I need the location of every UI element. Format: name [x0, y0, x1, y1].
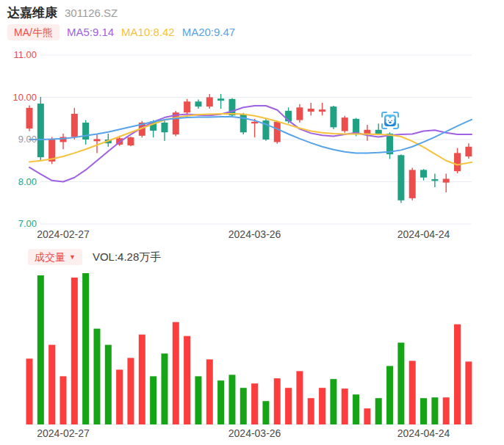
volume-bar[interactable]	[93, 329, 100, 424]
volume-header: 成交量 ▼ VOL:4.28万手	[28, 248, 161, 266]
candle[interactable]	[161, 120, 168, 141]
candle-body	[274, 122, 281, 142]
volume-bar[interactable]	[409, 361, 416, 424]
candle[interactable]	[443, 174, 450, 192]
stock-chart-app: 达嘉维康 301126.SZ MA/牛熊 MA5:9.14 MA10:8.42 …	[0, 0, 504, 445]
candle-body	[443, 178, 450, 182]
chevron-down-icon: ▼	[69, 254, 76, 261]
volume-bar[interactable]	[443, 397, 450, 424]
candle[interactable]	[37, 97, 44, 160]
candle-body	[409, 170, 416, 198]
candle[interactable]	[195, 99, 201, 109]
volume-bar[interactable]	[105, 345, 112, 424]
volume-x-tick: 2024-02-27	[26, 427, 100, 440]
volume-bar[interactable]	[150, 376, 156, 424]
volume-value-label: VOL:4.28万手	[93, 250, 161, 264]
candle[interactable]	[71, 108, 78, 140]
volume-dropdown-button[interactable]: 成交量 ▼	[28, 249, 82, 265]
candle-body	[308, 109, 314, 112]
volume-bar[interactable]	[454, 325, 461, 424]
candle-body	[228, 99, 235, 115]
candle-body	[37, 104, 44, 157]
volume-bar[interactable]	[308, 398, 314, 424]
candle[interactable]	[342, 116, 348, 133]
price-x-tick: 2024-04-24	[387, 228, 461, 241]
volume-series[interactable]	[26, 273, 472, 424]
volume-bar[interactable]	[228, 375, 235, 424]
candle[interactable]	[274, 120, 281, 144]
price-y-tick: 10.00	[7, 92, 37, 104]
volume-x-tick: 2024-03-26	[218, 427, 292, 440]
volume-bar[interactable]	[184, 336, 190, 424]
volume-bar[interactable]	[342, 388, 348, 424]
volume-bar[interactable]	[195, 376, 201, 424]
candle-body	[26, 108, 33, 129]
candle-body	[217, 98, 224, 101]
candle[interactable]	[296, 104, 303, 123]
volume-button-label: 成交量	[35, 252, 65, 262]
legend-ma20: MA20:9.47	[182, 26, 236, 38]
candle[interactable]	[26, 105, 33, 131]
candle-body	[240, 114, 247, 132]
volume-bar[interactable]	[397, 343, 404, 424]
volume-bar[interactable]	[274, 378, 281, 424]
volume-bar[interactable]	[330, 379, 336, 424]
volume-bar[interactable]	[262, 401, 269, 424]
volume-bar[interactable]	[319, 388, 325, 424]
volume-bar[interactable]	[431, 397, 438, 424]
volume-bar[interactable]	[375, 398, 382, 424]
candle-body	[375, 130, 382, 134]
volume-bar[interactable]	[217, 380, 224, 424]
volume-bar[interactable]	[26, 358, 33, 424]
volume-bar[interactable]	[37, 275, 44, 424]
volume-bar[interactable]	[116, 369, 123, 424]
candle-body	[296, 107, 303, 120]
candle[interactable]	[308, 103, 314, 115]
volume-bar[interactable]	[71, 278, 78, 424]
candle[interactable]	[364, 125, 370, 141]
candle-body	[420, 170, 427, 177]
candle[interactable]	[262, 118, 269, 140]
candle[interactable]	[127, 137, 134, 146]
volume-bar[interactable]	[251, 383, 258, 424]
volume-bar[interactable]	[60, 376, 66, 424]
volume-bar[interactable]	[465, 361, 472, 424]
volume-bar[interactable]	[139, 335, 145, 424]
ma-line-ma5	[29, 106, 472, 182]
price-y-tick: 9.00	[7, 134, 37, 145]
volume-bar[interactable]	[206, 359, 213, 424]
volume-bar[interactable]	[48, 345, 55, 424]
candle[interactable]	[60, 134, 66, 149]
volume-bar[interactable]	[82, 273, 89, 424]
ma-bullbear-badge[interactable]: MA/牛熊	[7, 24, 60, 40]
candle-body	[127, 137, 134, 145]
volume-bar[interactable]	[127, 358, 134, 424]
candle[interactable]	[206, 94, 213, 109]
header: 达嘉维康 301126.SZ	[7, 4, 118, 21]
candle[interactable]	[397, 154, 404, 203]
candle-body	[195, 101, 201, 106]
candle[interactable]	[240, 113, 247, 134]
candle[interactable]	[409, 168, 416, 200]
candle[interactable]	[217, 94, 224, 109]
volume-bar[interactable]	[364, 408, 370, 424]
candle[interactable]	[82, 120, 89, 145]
volume-bar[interactable]	[353, 394, 359, 424]
volume-bar[interactable]	[420, 398, 427, 424]
candle[interactable]	[228, 98, 235, 117]
candle[interactable]	[431, 174, 438, 187]
candle[interactable]	[465, 143, 472, 159]
volume-bar[interactable]	[173, 322, 179, 424]
bear-icon-graphic	[381, 111, 400, 130]
candle[interactable]	[319, 103, 325, 115]
bear-marker-icon[interactable]	[381, 111, 400, 130]
candle[interactable]	[330, 106, 336, 129]
volume-bar[interactable]	[386, 366, 393, 424]
candle[interactable]	[420, 169, 427, 181]
chart-canvas[interactable]	[0, 0, 504, 445]
candle[interactable]	[454, 148, 461, 174]
volume-bar[interactable]	[161, 353, 168, 424]
volume-bar[interactable]	[285, 388, 292, 424]
volume-bar[interactable]	[296, 371, 303, 424]
volume-bar[interactable]	[240, 388, 247, 424]
